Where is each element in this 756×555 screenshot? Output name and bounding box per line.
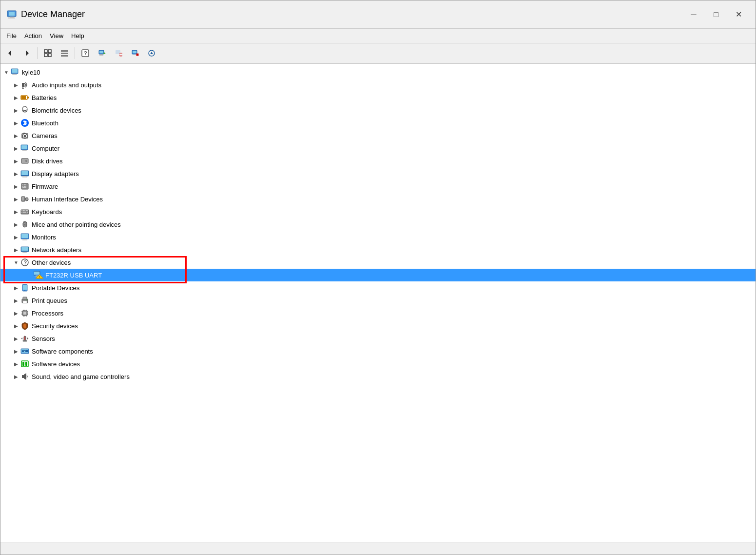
title-bar: Device Manager ─ □ ✕ bbox=[0, 0, 756, 29]
monitors-icon bbox=[20, 232, 30, 242]
svg-text:!: ! bbox=[39, 276, 40, 278]
biometric-icon bbox=[20, 105, 30, 115]
menu-action[interactable]: Action bbox=[20, 31, 46, 40]
svg-rect-44 bbox=[23, 133, 25, 134]
chevron-right-icon: ▶ bbox=[12, 157, 20, 165]
chevron-right-icon: ▶ bbox=[12, 309, 20, 317]
close-button[interactable]: ✕ bbox=[727, 7, 750, 22]
cameras-label: Cameras bbox=[32, 132, 58, 139]
chevron-right-icon: ▶ bbox=[12, 94, 20, 101]
show-hide-button[interactable] bbox=[40, 45, 56, 61]
tree-item-software-components[interactable]: ▶ Software components bbox=[0, 345, 756, 357]
tree-item-hid[interactable]: ▶ Human Interface Devices bbox=[0, 193, 756, 205]
tree-item-keyboards[interactable]: ▶ Keyboards bbox=[0, 205, 756, 218]
tree-item-mice[interactable]: ▶ Mice and other pointing devices bbox=[0, 218, 756, 231]
tree-item-processors[interactable]: ▶ bbox=[0, 307, 756, 319]
tree-item-computer[interactable]: ▶ Computer bbox=[0, 142, 756, 155]
disable-button[interactable] bbox=[111, 45, 126, 61]
chevron-right-icon: ▶ bbox=[12, 170, 20, 178]
svg-rect-75 bbox=[21, 212, 22, 213]
tree-item-bluetooth[interactable]: ▶ Bluetooth bbox=[0, 117, 756, 129]
tree-item-ft232r[interactable]: ! FT232R USB UART bbox=[0, 269, 756, 281]
main-area: ▼ kyle10 ▶ bbox=[0, 64, 756, 542]
svg-rect-37 bbox=[27, 97, 29, 99]
scan-button[interactable] bbox=[144, 45, 159, 61]
uninstall-button[interactable] bbox=[127, 45, 143, 61]
tree-item-security[interactable]: ▶ Security devices bbox=[0, 319, 756, 332]
svg-point-42 bbox=[24, 135, 26, 138]
print-queues-label: Print queues bbox=[32, 297, 67, 304]
svg-rect-71 bbox=[23, 210, 24, 211]
tree-item-network[interactable]: ▶ Network adapters bbox=[0, 243, 756, 256]
window-controls: ─ □ ✕ bbox=[682, 7, 750, 22]
chevron-right-icon: ▶ bbox=[12, 195, 20, 203]
chevron-right-icon: ▶ bbox=[12, 132, 20, 139]
tree-root-kyle10[interactable]: ▼ kyle10 bbox=[0, 66, 756, 79]
svg-rect-3 bbox=[8, 18, 15, 19]
tree-item-audio[interactable]: ▶ Audio inputs and outputs bbox=[0, 79, 756, 91]
chevron-right-icon: ▶ bbox=[12, 182, 20, 190]
svg-marker-28 bbox=[150, 52, 153, 54]
ft232r-label: FT232R USB UART bbox=[45, 272, 102, 279]
svg-rect-58 bbox=[22, 184, 23, 185]
tree-item-biometric[interactable]: ▶ Biometric devices bbox=[0, 104, 756, 117]
svg-rect-54 bbox=[21, 171, 28, 175]
help-button[interactable]: ? bbox=[78, 45, 93, 61]
menu-view[interactable]: View bbox=[46, 31, 67, 40]
chevron-right-icon: ▶ bbox=[12, 373, 20, 380]
svg-rect-89 bbox=[28, 248, 29, 249]
tree-item-display-adapters[interactable]: ▶ Display adapters bbox=[0, 167, 756, 180]
svg-rect-2 bbox=[10, 17, 14, 18]
svg-rect-84 bbox=[22, 240, 27, 240]
svg-rect-64 bbox=[22, 187, 26, 188]
svg-marker-4 bbox=[8, 50, 11, 56]
chevron-right-icon: ▶ bbox=[12, 208, 20, 216]
svg-rect-130 bbox=[22, 375, 24, 378]
svg-rect-70 bbox=[21, 210, 22, 211]
chevron-right-icon: ▶ bbox=[12, 106, 20, 114]
svg-rect-6 bbox=[44, 50, 47, 53]
list-view-button[interactable] bbox=[57, 45, 72, 61]
svg-rect-73 bbox=[26, 210, 27, 211]
svg-point-104 bbox=[26, 299, 27, 300]
window-title: Device Manager bbox=[21, 9, 682, 20]
update-driver-button[interactable] bbox=[94, 45, 110, 61]
svg-point-68 bbox=[26, 198, 28, 200]
tree-item-sound[interactable]: ▶ Sound, video and game controllers bbox=[0, 370, 756, 383]
svg-rect-1 bbox=[9, 12, 15, 16]
show-hide-icon bbox=[44, 49, 52, 57]
tree-item-sensors[interactable]: ▶ Sensors bbox=[0, 332, 756, 345]
svg-rect-31 bbox=[13, 74, 16, 75]
chevron-right-icon: ▶ bbox=[12, 119, 20, 127]
minimize-button[interactable]: ─ bbox=[682, 7, 705, 22]
svg-rect-47 bbox=[23, 150, 26, 151]
tree-item-portable[interactable]: ▶ Portable Devices bbox=[0, 281, 756, 294]
tree-item-disk-drives[interactable]: ▶ Disk drives bbox=[0, 155, 756, 167]
uninstall-icon bbox=[131, 49, 139, 57]
device-tree[interactable]: ▼ kyle10 ▶ bbox=[0, 64, 756, 542]
tree-item-monitors[interactable]: ▶ Monitors bbox=[0, 231, 756, 243]
forward-button[interactable] bbox=[19, 45, 35, 61]
maximize-button[interactable]: □ bbox=[705, 7, 727, 22]
tree-item-software-devices[interactable]: ▶ Software devices bbox=[0, 357, 756, 370]
portable-label: Portable Devices bbox=[32, 284, 79, 292]
tree-item-cameras[interactable]: ▶ Cameras bbox=[0, 129, 756, 142]
svg-rect-56 bbox=[22, 177, 27, 178]
sound-icon bbox=[20, 372, 30, 381]
monitors-label: Monitors bbox=[32, 234, 56, 241]
svg-rect-93 bbox=[34, 272, 39, 275]
tree-item-print-queues[interactable]: ▶ Print queues bbox=[0, 294, 756, 307]
tree-item-firmware[interactable]: ▶ Firmware bbox=[0, 180, 756, 193]
back-button[interactable] bbox=[2, 45, 18, 61]
menu-help[interactable]: Help bbox=[67, 31, 88, 40]
firmware-label: Firmware bbox=[32, 183, 58, 190]
tree-item-other-devices[interactable]: ▼ ? Other devices bbox=[0, 256, 756, 269]
tree-item-batteries[interactable]: ▶ Batteries bbox=[0, 91, 756, 104]
update-icon bbox=[98, 49, 106, 57]
disable-icon bbox=[115, 49, 122, 57]
menu-file[interactable]: File bbox=[2, 31, 20, 40]
other-devices-icon: ? bbox=[20, 258, 30, 267]
app-icon-svg bbox=[6, 9, 17, 20]
svg-rect-24 bbox=[133, 51, 136, 53]
scan-icon bbox=[148, 49, 155, 57]
